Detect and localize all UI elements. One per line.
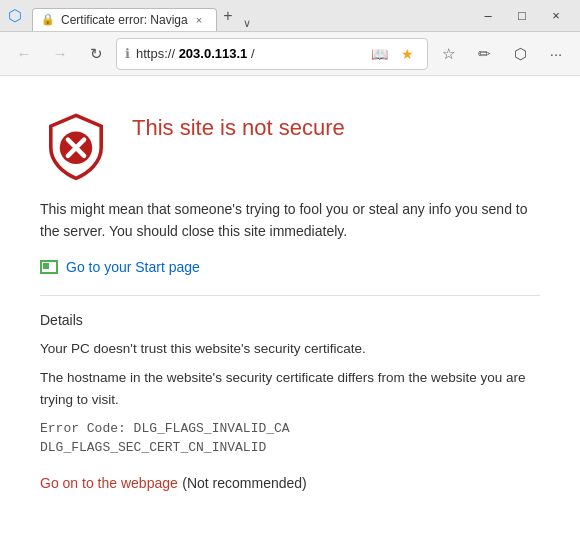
title-bar-right: – □ × [472, 0, 572, 32]
title-bar-left: ⬡ 🔒 Certificate error: Naviga × + ∨ [8, 2, 255, 30]
forward-button[interactable]: → [44, 38, 76, 70]
go-on-link[interactable]: Go on to the webpage [40, 475, 178, 491]
close-button[interactable]: × [540, 0, 572, 32]
tab-dropdown-button[interactable]: ∨ [239, 17, 255, 30]
tab-close-button[interactable]: × [194, 13, 204, 27]
url-host: 203.0.113.1 [179, 46, 248, 61]
address-text: https:// 203.0.113.1 / [136, 46, 361, 61]
error-code-line1: Error Code: DLG_FLAGS_INVALID_CA [40, 419, 540, 439]
start-page-icon [40, 260, 58, 274]
page-content: This site is not secure This might mean … [0, 76, 580, 554]
details-text-2: The hostname in the website's security c… [40, 367, 540, 410]
nav-right-icons: ☆ ✏ ⬡ ··· [432, 38, 572, 70]
tab-title: Certificate error: Naviga [61, 13, 188, 27]
share-button[interactable]: ⬡ [504, 38, 536, 70]
favorites-star-button[interactable]: ★ [395, 42, 419, 66]
title-bar: ⬡ 🔒 Certificate error: Naviga × + ∨ – □ … [0, 0, 580, 32]
tab-area: 🔒 Certificate error: Naviga × + ∨ [32, 2, 255, 30]
browser-icon: ⬡ [8, 6, 22, 25]
reading-view-button[interactable]: 📖 [367, 42, 391, 66]
details-text-1: Your PC doesn't trust this website's sec… [40, 338, 540, 360]
tab-favicon-icon: 🔒 [41, 13, 55, 26]
not-recommended-label: (Not recommended) [182, 475, 307, 491]
active-tab[interactable]: 🔒 Certificate error: Naviga × [32, 8, 217, 31]
more-button[interactable]: ··· [540, 38, 572, 70]
address-icons: 📖 ★ [367, 42, 419, 66]
start-page-link[interactable]: Go to your Start page [40, 259, 540, 275]
go-on-section: Go on to the webpage (Not recommended) [40, 474, 540, 492]
details-section: Details Your PC doesn't trust this websi… [40, 295, 540, 492]
error-code: Error Code: DLG_FLAGS_INVALID_CA DLG_FLA… [40, 419, 540, 458]
start-page-label: Go to your Start page [66, 259, 200, 275]
new-tab-button[interactable]: + [217, 2, 238, 30]
back-button[interactable]: ← [8, 38, 40, 70]
minimize-button[interactable]: – [472, 0, 504, 32]
details-label: Details [40, 312, 540, 328]
address-bar[interactable]: ℹ https:// 203.0.113.1 / 📖 ★ [116, 38, 428, 70]
security-info-icon[interactable]: ℹ [125, 46, 130, 61]
error-code-line2: DLG_FLAGS_SEC_CERT_CN_INVALID [40, 438, 540, 458]
error-header: This site is not secure [40, 106, 540, 182]
web-note-button[interactable]: ✏ [468, 38, 500, 70]
error-container: This site is not secure This might mean … [40, 106, 540, 492]
hub-button[interactable]: ☆ [432, 38, 464, 70]
nav-bar: ← → ↻ ℹ https:// 203.0.113.1 / 📖 ★ ☆ ✏ ⬡… [0, 32, 580, 76]
maximize-button[interactable]: □ [506, 0, 538, 32]
shield-icon [40, 110, 112, 182]
error-description: This might mean that someone's trying to… [40, 198, 540, 243]
error-title: This site is not secure [132, 114, 345, 143]
refresh-button[interactable]: ↻ [80, 38, 112, 70]
